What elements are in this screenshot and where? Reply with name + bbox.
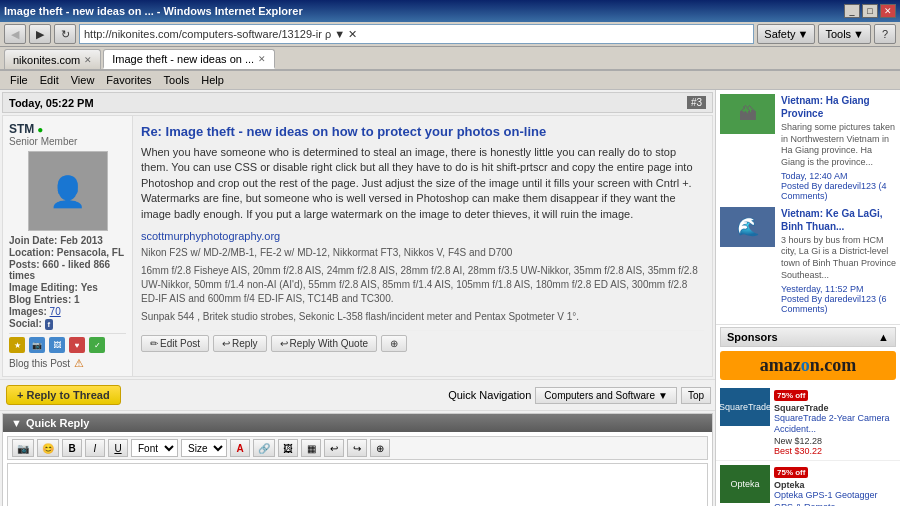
sponsor-badge-1: 75% off bbox=[774, 467, 808, 478]
address-bar[interactable] bbox=[84, 28, 749, 40]
sidebar-article-desc-1: 3 hours by bus from HCM city, La Gi is a… bbox=[781, 235, 896, 282]
back-button[interactable]: ◀ bbox=[4, 24, 26, 44]
menu-tools[interactable]: Tools bbox=[158, 72, 196, 88]
close-button[interactable]: ✕ bbox=[880, 4, 896, 18]
post-body: STM ● Senior Member 👤 Join Date: Feb 201… bbox=[2, 115, 713, 377]
editor-toolbar: 📷 😊 B I U Font Size A 🔗 🖼 ▦ ↩ bbox=[7, 436, 708, 460]
editor-icon-btn[interactable]: 📷 bbox=[12, 439, 34, 457]
achievement-photo-icon: 🖼 bbox=[49, 337, 65, 353]
sidebar-article-title-0: Vietnam: Ha Giang Province bbox=[781, 94, 896, 120]
tab-image-theft-close[interactable]: ✕ bbox=[258, 54, 266, 64]
main-layout: Today, 05:22 PM #3 STM ● Senior Member 👤… bbox=[0, 90, 900, 506]
forward-button[interactable]: ▶ bbox=[29, 24, 51, 44]
tools-label: Tools bbox=[825, 28, 851, 40]
post-number: #3 bbox=[687, 96, 706, 109]
sidebar-article-title-1: Vietnam: Ke Ga LaGi, Binh Thuan... bbox=[781, 207, 896, 233]
sidebar-article-desc-0: Sharing some pictures taken in Northwest… bbox=[781, 122, 896, 169]
editor-more-btn[interactable]: ⊕ bbox=[370, 439, 390, 457]
sponsor-product-0: SquareTrade 2-Year Camera Accident... bbox=[774, 413, 896, 436]
user-images-row: Images: 70 bbox=[9, 306, 126, 317]
editor-table-btn[interactable]: ▦ bbox=[301, 439, 321, 457]
user-blog-entries-row: Blog Entries: 1 bbox=[9, 294, 126, 305]
tools-button[interactable]: Tools ▼ bbox=[818, 24, 871, 44]
join-date-value: Feb 2013 bbox=[60, 235, 103, 246]
amazon-logo[interactable]: amazon.com bbox=[720, 351, 896, 380]
images-value[interactable]: 70 bbox=[50, 306, 61, 317]
editor-link-btn[interactable]: 🔗 bbox=[253, 439, 275, 457]
reply-label: Reply bbox=[232, 338, 258, 349]
editor-italic-btn[interactable]: I bbox=[85, 439, 105, 457]
more-options-button[interactable]: ⊕ bbox=[381, 335, 407, 352]
menu-favorites[interactable]: Favorites bbox=[100, 72, 157, 88]
window-controls[interactable]: _ □ ✕ bbox=[844, 4, 896, 18]
reply-with-quote-button[interactable]: ↩ Reply With Quote bbox=[271, 335, 377, 352]
browser-toolbar: ◀ ▶ ↻ Safety ▼ Tools ▼ ? bbox=[0, 22, 900, 47]
achievement-star-icon: ★ bbox=[9, 337, 25, 353]
edit-icon: ✏ bbox=[150, 338, 158, 349]
top-button[interactable]: Top bbox=[681, 387, 711, 404]
posts-label: Posts: bbox=[9, 259, 40, 270]
user-posts-row: Posts: 660 - liked 866 times bbox=[9, 259, 126, 281]
blog-entries-label: Blog Entries: bbox=[9, 294, 71, 305]
tab-nikonites-close[interactable]: ✕ bbox=[84, 55, 92, 65]
safety-button[interactable]: Safety ▼ bbox=[757, 24, 815, 44]
post-actions-bar: ✏ Edit Post ↩ Reply ↩ Reply With Quote ⊕ bbox=[141, 330, 704, 352]
sponsor-thumb-1: Opteka bbox=[720, 465, 770, 503]
sponsor-price-best-0: Best $30.22 bbox=[774, 446, 822, 456]
reply-textarea[interactable] bbox=[7, 463, 708, 506]
user-rank: Senior Member bbox=[9, 136, 126, 147]
post-website-link[interactable]: scottmurphyphotography.org bbox=[141, 230, 704, 242]
sponsor-item-1[interactable]: Opteka 75% off Opteka Opteka GPS-1 Geota… bbox=[716, 461, 900, 506]
quick-reply-section: ▼ Quick Reply 📷 😊 B I U Font Size bbox=[2, 413, 713, 506]
sidebar-article-text-0: Vietnam: Ha Giang Province Sharing some … bbox=[781, 94, 896, 201]
tab-image-theft[interactable]: Image theft - new ideas on ... ✕ bbox=[103, 49, 275, 69]
image-editing-value: Yes bbox=[81, 282, 98, 293]
menu-help[interactable]: Help bbox=[195, 72, 230, 88]
editor-underline-btn[interactable]: U bbox=[108, 439, 128, 457]
sidebar-article-meta-0: Today, 12:40 AM Posted By daredevil123 (… bbox=[781, 171, 896, 201]
safety-label: Safety bbox=[764, 28, 795, 40]
editor-redo-btn[interactable]: ↪ bbox=[347, 439, 367, 457]
sidebar-thumb-0: 🏔 bbox=[720, 94, 775, 134]
sponsor-item-0[interactable]: SquareTrade 75% off SquareTrade SquareTr… bbox=[716, 384, 900, 461]
images-label: Images: bbox=[9, 306, 47, 317]
reply-nav-bar: + Reply to Thread Quick Navigation Compu… bbox=[0, 379, 715, 411]
edit-post-button[interactable]: ✏ Edit Post bbox=[141, 335, 209, 352]
editor-font-select[interactable]: Font bbox=[131, 439, 178, 457]
tab-nikonites[interactable]: nikonites.com ✕ bbox=[4, 49, 101, 69]
blog-post-row: Blog this Post ⚠ bbox=[9, 357, 126, 370]
editor-size-select[interactable]: Size bbox=[181, 439, 227, 457]
menu-edit[interactable]: Edit bbox=[34, 72, 65, 88]
quick-reply-header: ▼ Quick Reply bbox=[3, 414, 712, 432]
editor-undo-btn[interactable]: ↩ bbox=[324, 439, 344, 457]
sidebar-article-1[interactable]: 🌊 Vietnam: Ke Ga LaGi, Binh Thuan... 3 h… bbox=[720, 207, 896, 314]
sponsor-thumb-0: SquareTrade bbox=[720, 388, 770, 426]
sponsor-brand-0: SquareTrade bbox=[774, 403, 896, 413]
refresh-button[interactable]: ↻ bbox=[54, 24, 76, 44]
quick-nav-dropdown-button[interactable]: Computers and Software ▼ bbox=[535, 387, 677, 404]
maximize-button[interactable]: □ bbox=[862, 4, 878, 18]
achievement-heart-icon: ♥ bbox=[69, 337, 85, 353]
sidebar-scroll[interactable]: 🏔 Vietnam: Ha Giang Province Sharing som… bbox=[716, 90, 900, 506]
facebook-icon[interactable]: f bbox=[45, 319, 54, 330]
editor-emoji-btn[interactable]: 😊 bbox=[37, 439, 59, 457]
help-button[interactable]: ? bbox=[874, 24, 896, 44]
user-social-row: Social: f bbox=[9, 318, 126, 329]
editor-bold-btn[interactable]: B bbox=[62, 439, 82, 457]
blog-this-post-label: Blog this Post bbox=[9, 358, 70, 369]
window-title: Image theft - new ideas on ... - Windows… bbox=[4, 5, 303, 17]
quick-reply-title: Quick Reply bbox=[26, 417, 90, 429]
minimize-button[interactable]: _ bbox=[844, 4, 860, 18]
reply-button[interactable]: ↩ Reply bbox=[213, 335, 267, 352]
reply-to-thread-button[interactable]: + Reply to Thread bbox=[6, 385, 121, 405]
menu-view[interactable]: View bbox=[65, 72, 101, 88]
address-bar-container[interactable] bbox=[79, 24, 754, 44]
sponsor-badge-0: 75% off bbox=[774, 390, 808, 401]
menu-file[interactable]: File bbox=[4, 72, 34, 88]
post-date-text: Today, 05:22 PM bbox=[9, 97, 94, 109]
sidebar-article-meta-1: Yesterday, 11:52 PM Posted By daredevil1… bbox=[781, 284, 896, 314]
editor-image-btn[interactable]: 🖼 bbox=[278, 439, 298, 457]
sidebar-article-0[interactable]: 🏔 Vietnam: Ha Giang Province Sharing som… bbox=[720, 94, 896, 201]
post-title: Re: Image theft - new ideas on how to pr… bbox=[141, 124, 704, 139]
editor-color-btn[interactable]: A bbox=[230, 439, 250, 457]
